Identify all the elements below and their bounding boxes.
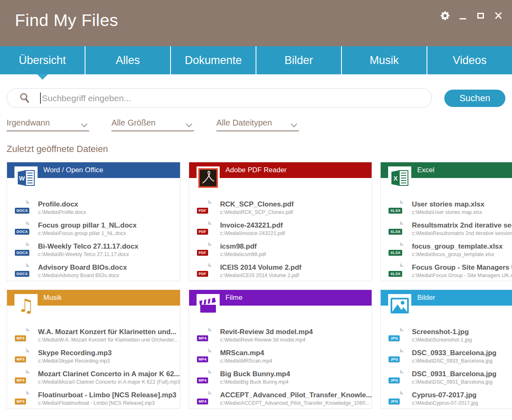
file-row[interactable]: MP4 ACCEPT_Advanced_Pilot_Transfer_Knowl… (189, 388, 372, 409)
file-name: ICEIS 2014 Volume 2.pdf (220, 263, 301, 272)
tab-label: Bilder (284, 54, 313, 67)
file-extension-badge: MP4 (197, 335, 208, 341)
file-row[interactable]: XLSX User stories map.xlsx c:\Media\User… (381, 197, 512, 218)
file-row[interactable]: JPG Screenshot-1.jpg c:\Media\Screenshot… (381, 325, 512, 346)
card-title: Bilder (417, 290, 512, 306)
file-extension-badge: MP3 (15, 377, 26, 383)
file-name: W.A. Mozart Konzert für Klarinetten und.… (38, 328, 178, 336)
file-row[interactable]: XLSX focus_group_template.xlsx c:\Media\… (381, 239, 512, 260)
file-name: MRScan.mp4 (220, 349, 272, 357)
file-name: Advisory Board BIOs.docx (38, 263, 127, 272)
text-cursor (40, 93, 41, 104)
file-row[interactable]: JPG Cyprus-07-2017.jpg c:\Media\Cyprus-0… (381, 388, 512, 409)
minimize-button[interactable] (457, 9, 468, 22)
tab-musik[interactable]: Musik (342, 46, 427, 74)
file-extension-badge: MP3 (15, 335, 26, 341)
file-row[interactable]: MP3 Skype Recording.mp3 c:\Media\Skype R… (7, 346, 180, 367)
file-icon: XLSX (391, 221, 404, 237)
file-row[interactable]: MP4 MRScan.mp4 c:\Media\MRScan.mp4 (189, 346, 372, 367)
file-row[interactable]: XLSX Focus Group - Site Managers UK.xlsx… (381, 260, 512, 281)
tab-videos[interactable]: Videos (427, 46, 512, 74)
file-icon: XLSX (391, 200, 404, 216)
file-row[interactable]: MP4 Big Buck Bunny.mp4 c:\Media\Big Buck… (189, 367, 372, 388)
svg-text:X: X (393, 175, 398, 182)
card-title: Musik (43, 290, 180, 306)
app-card: Adobe PDF Reader PDF RCK_SCP_Clones.pdf … (189, 162, 372, 281)
file-extension-badge: DOCX (15, 229, 29, 235)
file-row[interactable]: MP4 Revit-Review 3d model.mp4 c:\Media\R… (189, 325, 372, 346)
file-extension-badge: MP4 (197, 377, 208, 383)
file-icon: PDF (200, 221, 212, 237)
filter-dropdown[interactable]: Alle Dateitypen (216, 118, 299, 131)
file-icon: MP3 (18, 370, 30, 385)
file-row[interactable]: PDF icsm98.pdf c:\Media\icsm98.pdf (189, 239, 372, 260)
file-row[interactable]: MP3 W.A. Mozart Konzert für Klarinetten … (7, 325, 180, 346)
file-name: focus_group_template.xlsx (412, 242, 503, 251)
file-path: c:\Media\icsm98.pdf (220, 252, 266, 257)
file-icon: XLSX (391, 242, 404, 258)
file-name: Mozart Clarinet Concerto in A major K 62… (38, 370, 180, 378)
search-input[interactable]: Suchbegriff eingeben... (7, 88, 432, 108)
tab-alles[interactable]: Alles (85, 46, 171, 74)
picture-icon (391, 298, 409, 313)
file-list: PDF RCK_SCP_Clones.pdf c:\Media\RCK_SCP_… (189, 178, 372, 281)
window-controls: × (440, 9, 504, 22)
file-row[interactable]: PDF Invoice-243221.pdf c:\Media\Invoice-… (189, 218, 372, 239)
file-row[interactable]: XLSX Resultsmatrix 2nd iterative session… (381, 218, 512, 239)
file-extension-badge: MP4 (197, 356, 208, 362)
file-name: Revit-Review 3d model.mp4 (220, 328, 313, 336)
file-extension-badge: PDF (197, 229, 208, 235)
search-placeholder: Suchbegriff eingeben... (42, 93, 131, 103)
app-icon-tile (388, 294, 411, 317)
file-path: c:\Media\Advisory Board BIOs.docx (38, 273, 127, 278)
file-icon: MP3 (18, 327, 30, 343)
file-row[interactable]: JPG DSC_0933_Barcelona.jpg c:\Media\DSC_… (381, 346, 512, 367)
file-icon: XLSX (391, 263, 404, 279)
file-row[interactable]: DOCX Profile.docx c:\Media\Profile.docx (7, 197, 180, 218)
adobe-acrobat-icon (198, 168, 218, 188)
file-name: Skype Recording.mp3 (38, 349, 112, 357)
file-icon: MP4 (200, 327, 212, 343)
section-title: Zuletzt geöffnete Dateien (7, 144, 505, 154)
file-row[interactable]: MP3 Floatinurboat - Limbo [NCS Release].… (7, 388, 180, 409)
title-bar: Find My Files × (0, 0, 512, 46)
filter-dropdown[interactable]: Irgendwann (7, 118, 89, 131)
file-name: Floatinurboat - Limbo [NCS Release].mp3 (38, 391, 176, 399)
file-row[interactable]: DOCX Focus group pillar 1_NL.docx c:\Med… (7, 218, 180, 239)
file-icon: MP4 (200, 349, 212, 364)
file-list: MP3 W.A. Mozart Konzert für Klarinetten … (7, 306, 180, 409)
app-card: Filme MP4 Revit-Review 3d model.mp4 c:\M… (189, 289, 372, 409)
file-row[interactable]: DOCX Advisory Board BIOs.docx c:\Media\A… (7, 260, 180, 281)
file-path: c:\Media\Bi-Weekly Telco 27.11.17.docx (38, 252, 138, 257)
file-row[interactable]: DOCX Bi-Weekly Telco 27.11.17.docx c:\Me… (7, 239, 180, 260)
tab-dokumente[interactable]: Dokumente (171, 46, 256, 74)
file-name: Invoice-243221.pdf (220, 221, 285, 230)
app-icon-tile: W (14, 166, 38, 190)
settings-button[interactable] (440, 9, 450, 22)
word-icon: W (17, 169, 36, 187)
app-icon-tile (197, 294, 220, 317)
file-extension-badge: XLSX (389, 250, 402, 256)
tab-übersicht[interactable]: Übersicht (0, 46, 85, 74)
card-title: Word / Open Office (43, 162, 180, 178)
tab-bar: Übersicht Alles Dokumente Bilder Musik V… (0, 46, 512, 74)
file-icon: DOCX (18, 242, 30, 258)
file-row[interactable]: PDF RCK_SCP_Clones.pdf c:\Media\RCK_SCP_… (189, 197, 372, 218)
file-path: c:\Media\focus_group_template.xlsx (412, 252, 503, 257)
maximize-button[interactable] (475, 9, 486, 22)
search-button[interactable]: Suchen (444, 90, 505, 107)
file-row[interactable]: PDF ICEIS 2014 Volume 2.pdf c:\Media\ICE… (189, 260, 372, 281)
filter-dropdown[interactable]: Alle Größen (111, 118, 194, 131)
gear-icon (440, 10, 450, 21)
tab-bilder[interactable]: Bilder (256, 46, 342, 74)
file-extension-badge: PDF (197, 271, 208, 277)
file-icon: DOCX (18, 200, 30, 216)
close-button[interactable]: × (493, 9, 504, 22)
file-extension-badge: DOCX (15, 208, 29, 214)
search-icon (19, 93, 30, 104)
tab-label: Übersicht (19, 54, 66, 67)
file-row[interactable]: JPG DSC_0931_Barcelona.jpg c:\Media\DSC_… (381, 367, 512, 388)
file-row[interactable]: MP3 Mozart Clarinet Concerto in A major … (7, 367, 180, 388)
file-list: XLSX User stories map.xlsx c:\Media\User… (381, 178, 512, 281)
file-path: c:\Media\User stories map.xlsx (412, 209, 484, 215)
